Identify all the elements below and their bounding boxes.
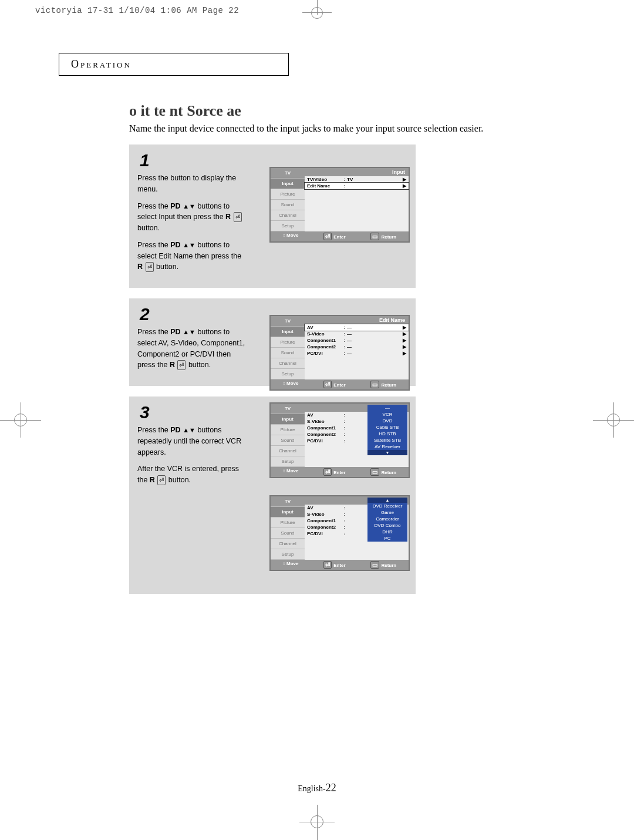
step-text: Press the button to display the menu.Pre… [137, 173, 246, 273]
page-footer: English-22 [0, 782, 634, 794]
osd-tab: Setup [271, 549, 305, 560]
osd-titlebar: Input [305, 168, 409, 176]
osd-device-option: Satellite STB [367, 437, 407, 443]
step-paragraph: Press the button to display the menu. [137, 173, 246, 195]
osd-tab: Setup [271, 456, 305, 467]
osd-tab: Sound [271, 348, 305, 358]
step-block: 1Press the button to display the menu.Pr… [129, 145, 416, 288]
osd-row-label: TV/Video [307, 177, 342, 182]
osd-device-option: DVD Receiver [367, 503, 407, 509]
chevron-right-icon: ▶ [399, 351, 406, 356]
osd-row-label: S-Video [307, 512, 342, 517]
osd-tab: Picture [271, 425, 305, 435]
step-paragraph: After the VCR is entered, press the R ⏎ … [137, 463, 246, 486]
crop-mark-right [593, 402, 634, 438]
osd-device-option: AV Receiver [367, 443, 407, 450]
osd-footer: ↕ Move⏎ Enter▭ Return [271, 379, 409, 389]
osd-tab: Input [271, 179, 305, 189]
osd-enter-hint: ⏎ Enter [323, 381, 346, 388]
osd-device-option: Game [367, 509, 407, 516]
osd-device-option: HD STB [367, 431, 407, 437]
osd-footer: ↕ Move⏎ Enter▭ Return [271, 560, 409, 570]
osd-device-option: ▲ [367, 498, 407, 503]
chevron-right-icon: ▶ [399, 331, 406, 337]
osd-tab: Picture [271, 337, 305, 348]
osd-row-label: AV [307, 505, 342, 510]
osd-device-option: PC [367, 535, 407, 542]
osd-row-label: PC/DVI [307, 531, 342, 536]
osd-body: Edit NameAV:S-Video:Component1:Component… [305, 496, 409, 560]
osd-tab: TV [271, 168, 305, 179]
osd-footer: ↕ Move⏎ Enter▭ Return [271, 467, 409, 477]
chevron-right-icon: ▶ [399, 177, 406, 182]
step-paragraph: Press the PD ▲▼ buttons to select AV, S-… [137, 327, 246, 371]
osd-tab: Setup [271, 369, 305, 379]
osd-move-hint: ↕ Move [283, 561, 299, 569]
osd-row-label: PC/DVI [307, 438, 342, 443]
osd-row-label: S-Video [307, 419, 342, 424]
osd-device-option: — [367, 405, 407, 411]
osd-tab: Sound [271, 528, 305, 539]
osd-return-hint: ▭ Return [370, 381, 396, 388]
osd-tab: TV [271, 404, 305, 414]
osd-panel: TVInputPictureSoundChannelSetupInputTV/V… [271, 168, 409, 241]
osd-row: TV/Video:TV▶ [305, 176, 409, 183]
osd-row-label: Component2 [307, 344, 342, 350]
step-paragraph: Press the PD ▲▼ buttons repeatedly until… [137, 425, 246, 458]
step-block: 3Press the PD ▲▼ buttons repeatedly unti… [129, 397, 416, 594]
osd-enter-hint: ⏎ Enter [323, 561, 346, 569]
osd-tab: TV [271, 496, 305, 507]
osd-enter-hint: ⏎ Enter [323, 233, 346, 240]
osd-move-hint: ↕ Move [283, 468, 299, 476]
osd-titlebar: Edit Name [305, 316, 409, 324]
osd-enter-hint: ⏎ Enter [323, 468, 346, 476]
osd-return-hint: ▭ Return [370, 233, 396, 240]
footer-lang: English- [298, 784, 325, 793]
osd-tab: Sound [271, 435, 305, 446]
osd-tab-column: TVInputPictureSoundChannelSetup [271, 316, 305, 379]
osd-tab: Input [271, 507, 305, 518]
osd-move-hint: ↕ Move [283, 381, 299, 388]
footer-page-number: 22 [326, 782, 336, 794]
osd-row-label: Component2 [307, 432, 342, 437]
osd-row-label: Component1 [307, 425, 342, 431]
crop-mark-left [0, 402, 41, 438]
step-paragraph: Press the PD ▲▼ buttons to select Input … [137, 201, 246, 234]
osd-tab-column: TVInputPictureSoundChannelSetup [271, 404, 305, 467]
osd-tab: Picture [271, 189, 305, 200]
crop-mark-top [302, 0, 332, 29]
osd-tab: Channel [271, 210, 305, 221]
osd-return-hint: ▭ Return [370, 561, 396, 569]
osd-device-option: VCR [367, 411, 407, 418]
osd-tab: TV [271, 316, 305, 327]
osd-body: Edit NameAV:—▶S-Video:—▶Component1:—▶Com… [305, 316, 409, 379]
step-block: 2Press the PD ▲▼ buttons to select AV, S… [129, 298, 416, 386]
osd-body: Edit NameAV:S-Video:Component1:Component… [305, 404, 409, 467]
osd-panel: TVInputPictureSoundChannelSetupEdit Name… [271, 496, 409, 570]
step-number: 1 [140, 150, 407, 170]
osd-panel: TVInputPictureSoundChannelSetupEdit Name… [271, 404, 409, 477]
osd-row-value [347, 183, 399, 189]
osd-row-value: — [347, 331, 399, 337]
osd-return-hint: ▭ Return [370, 468, 396, 476]
osd-row-label: Component1 [307, 338, 342, 343]
osd-row-value: TV [347, 177, 399, 182]
osd-tab-column: TVInputPictureSoundChannelSetup [271, 496, 305, 560]
chevron-right-icon: ▶ [399, 338, 406, 343]
osd-footer: ↕ Move⏎ Enter▭ Return [271, 231, 409, 241]
osd-tab: Sound [271, 200, 305, 210]
osd-device-option: ▼ [367, 450, 407, 455]
osd-device-list: —VCRDVDCable STBHD STBSatellite STBAV Re… [367, 405, 407, 455]
intro-text: Name the input device connected to the i… [129, 123, 575, 134]
osd-row-label: Edit Name [307, 183, 342, 189]
osd-device-list: ▲DVD ReceiverGameCamcorderDVD ComboDHRPC [367, 498, 407, 542]
chevron-right-icon: ▶ [399, 344, 406, 350]
osd-row-label: AV [307, 325, 342, 330]
osd-device-option: DVD Combo [367, 522, 407, 529]
osd-row-label: Component2 [307, 525, 342, 530]
osd-row-label: PC/DVI [307, 351, 342, 356]
osd-body: InputTV/Video:TV▶Edit Name:▶ [305, 168, 409, 231]
osd-row-value: — [347, 351, 399, 356]
osd-tab: Channel [271, 358, 305, 369]
osd-row: Component2:—▶ [305, 344, 409, 350]
